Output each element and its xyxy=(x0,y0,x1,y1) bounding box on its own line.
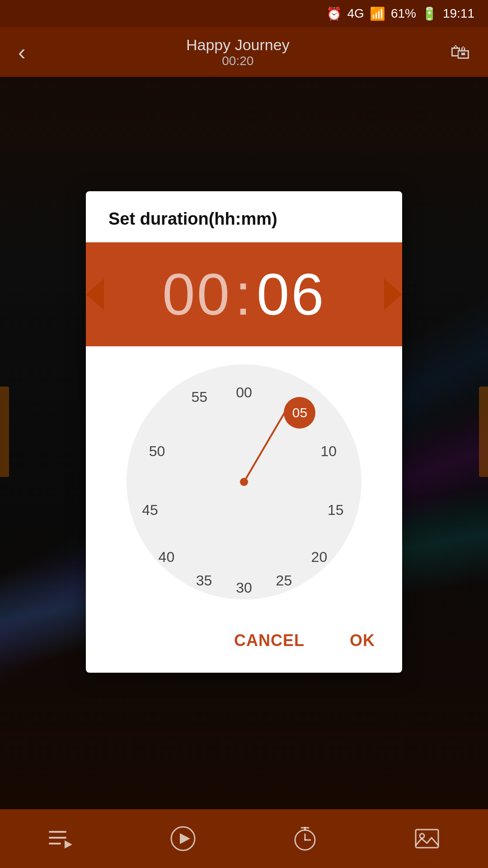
svg-point-1 xyxy=(240,478,248,486)
cancel-button[interactable]: CANCEL xyxy=(225,627,314,655)
status-bar: ⏰ 4G 📶 61% 🔋 19:11 xyxy=(0,0,488,27)
duration-dialog: Set duration(hh:mm) 00:06 xyxy=(86,191,402,673)
main-content: Set duration(hh:mm) 00:06 xyxy=(0,77,488,787)
bag-icon[interactable]: 🛍 xyxy=(450,41,470,63)
battery-label: 61% xyxy=(391,6,416,21)
side-indicator-right xyxy=(479,387,488,477)
clock-num-35[interactable]: 35 xyxy=(196,572,212,589)
time-display-status: 19:11 xyxy=(443,6,474,21)
gallery-svg xyxy=(413,825,441,852)
clock-container[interactable]: 00 05 10 15 20 25 30 35 40 45 xyxy=(86,346,402,618)
gallery-icon[interactable] xyxy=(409,821,445,857)
play-icon[interactable] xyxy=(165,821,201,857)
nav-bar: ‹ Happy Journey 00:20 🛍 xyxy=(0,27,488,77)
clock-num-55[interactable]: 55 xyxy=(191,389,207,406)
timer-icon[interactable] xyxy=(287,821,323,857)
ok-button[interactable]: OK xyxy=(341,627,384,655)
signal-icon: 📶 xyxy=(370,6,385,21)
clock-num-15[interactable]: 15 xyxy=(328,501,344,518)
clock-num-50[interactable]: 50 xyxy=(149,443,165,459)
song-title: Happy Journey xyxy=(186,36,290,54)
svg-line-0 xyxy=(244,411,286,482)
svg-rect-13 xyxy=(416,830,438,848)
dialog-title: Set duration(hh:mm) xyxy=(86,191,402,242)
clock-num-10[interactable]: 10 xyxy=(320,443,337,459)
clock-num-00[interactable]: 00 xyxy=(236,384,252,401)
playlist-icon[interactable] xyxy=(43,821,79,857)
bottom-bar xyxy=(0,809,488,868)
clock-num-20[interactable]: 20 xyxy=(311,548,328,565)
time-text: 00:06 xyxy=(162,261,325,327)
arrow-left xyxy=(86,278,104,310)
time-display: 00:06 xyxy=(86,242,402,346)
arrow-right xyxy=(384,278,402,310)
status-icons: ⏰ 4G 📶 61% 🔋 19:11 xyxy=(326,6,474,21)
clock-face[interactable]: 00 05 10 15 20 25 30 35 40 45 xyxy=(127,364,361,599)
svg-point-14 xyxy=(420,834,424,838)
song-duration: 00:20 xyxy=(186,54,290,68)
back-button[interactable]: ‹ xyxy=(18,39,26,65)
clock-icon: ⏰ xyxy=(326,6,342,21)
dialog-buttons: CANCEL OK xyxy=(86,618,402,673)
clock-num-30[interactable]: 30 xyxy=(236,579,252,596)
song-info: Happy Journey 00:20 xyxy=(186,36,290,68)
timer-svg xyxy=(291,825,319,852)
network-label: 4G xyxy=(347,6,364,21)
hours-display: 00 xyxy=(162,261,231,327)
svg-marker-7 xyxy=(180,833,190,844)
play-svg xyxy=(169,825,197,852)
clock-num-45[interactable]: 45 xyxy=(142,501,158,518)
minutes-display: 06 xyxy=(257,261,326,327)
playlist-svg xyxy=(47,825,75,852)
battery-icon: 🔋 xyxy=(422,6,437,21)
clock-num-25[interactable]: 25 xyxy=(276,572,292,589)
side-indicator-left xyxy=(0,387,9,477)
clock-num-40[interactable]: 40 xyxy=(159,548,175,565)
svg-marker-5 xyxy=(65,840,72,849)
colon: : xyxy=(235,261,253,327)
